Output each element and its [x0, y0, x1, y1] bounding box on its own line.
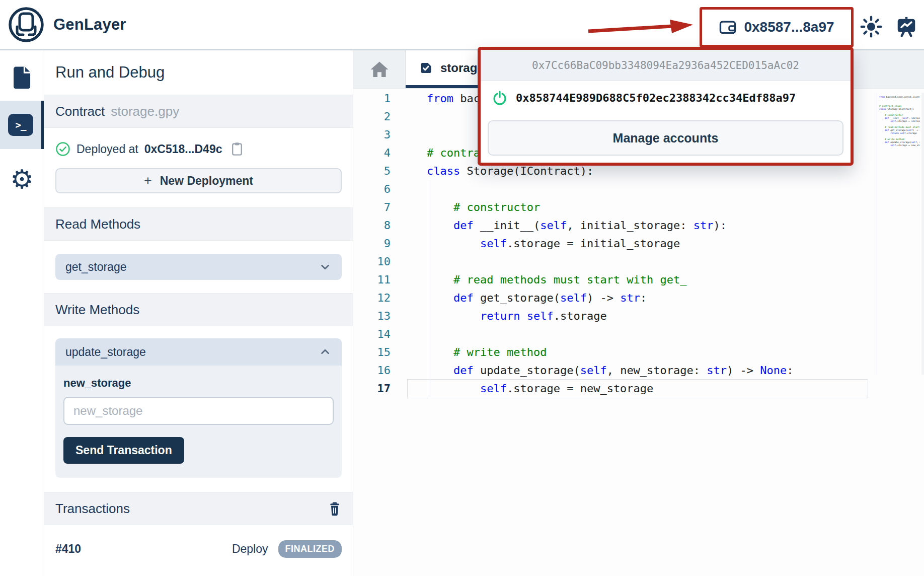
contract-filename: storage.gpy	[111, 104, 179, 119]
method-update-storage: update_storage new_storage Send Transact…	[55, 338, 342, 478]
field-label: new_storage	[63, 377, 334, 390]
wallet-account-button[interactable]: 0x8587...8a97	[706, 11, 848, 43]
transaction-row[interactable]: #410 Deploy FINALIZED	[55, 540, 342, 558]
status-badge: FINALIZED	[278, 540, 342, 558]
method-update-storage-form: new_storage Send Transaction	[55, 366, 342, 478]
code-line[interactable]: 10	[353, 253, 924, 271]
copy-address-button[interactable]	[230, 141, 244, 157]
wallet-address-short: 0x8587...8a97	[744, 19, 834, 35]
read-methods-header: Read Methods	[44, 207, 353, 241]
write-methods-header: Write Methods	[44, 293, 353, 326]
transaction-id: #410	[55, 542, 81, 556]
code-line[interactable]: 12 def get_storage(self) -> str:	[353, 289, 924, 307]
activity-rail: >_ ⚙	[0, 50, 44, 576]
contract-label: Contract	[55, 104, 105, 119]
plus-icon: +	[144, 173, 152, 189]
trash-icon[interactable]	[328, 500, 342, 517]
editor-scrollbar[interactable]	[921, 93, 924, 375]
settings-nav-button[interactable]: ⚙	[0, 164, 44, 194]
minimap[interactable]: from backend.node.genvm.icontract import…	[877, 93, 920, 375]
chevron-up-icon	[319, 345, 332, 358]
code-line[interactable]: 6	[353, 180, 924, 198]
checked-file-icon	[419, 61, 433, 75]
home-button[interactable]	[353, 50, 406, 88]
manage-accounts-button[interactable]: Manage accounts	[488, 120, 843, 156]
terminal-icon: >_	[8, 114, 33, 136]
transactions-header: Transactions	[44, 492, 353, 525]
new-deployment-button[interactable]: + New Deployment	[55, 168, 342, 193]
gear-icon: ⚙	[10, 166, 34, 192]
code-line[interactable]: 17 self.storage = new_storage	[353, 380, 924, 398]
code-line[interactable]: 15 # write method	[353, 343, 924, 362]
code-line[interactable]: 16 def update_storage(self, new_storage:…	[353, 362, 924, 380]
wallet-icon	[719, 19, 737, 35]
home-icon	[369, 59, 390, 80]
account-dropdown: 0x7Cc66BaC09bb3348094Ea2936a452CED015aAc…	[478, 47, 854, 166]
account-address: 0x7Cc66BaC09bb3348094Ea2936a452CED015aAc…	[532, 59, 799, 71]
run-debug-nav-button[interactable]: >_	[0, 101, 44, 149]
brand[interactable]: GenLayer	[0, 6, 126, 44]
sun-icon	[860, 16, 882, 38]
brand-name: GenLayer	[53, 16, 126, 34]
contract-section-header: Contract storage.gpy	[44, 95, 353, 128]
panel-title: Run and Debug	[44, 50, 353, 95]
send-transaction-button[interactable]: Send Transaction	[63, 437, 184, 464]
genlayer-logo-icon	[7, 6, 45, 44]
deployed-label: Deployed at	[76, 142, 138, 156]
deployed-address: 0xC518...D49c	[144, 142, 222, 156]
header: GenLayer 0x8587...8a97	[0, 0, 924, 50]
method-update-storage-header[interactable]: update_storage	[55, 338, 342, 366]
code-line[interactable]: 8 def __init__(self, initial_storage: st…	[353, 217, 924, 235]
files-nav-button[interactable]	[0, 63, 44, 92]
deployed-status-row: Deployed at 0xC518...D49c	[55, 141, 342, 157]
run-debug-panel: Run and Debug Contract storage.gpy Deplo…	[44, 50, 353, 576]
code-line[interactable]: 14	[353, 325, 924, 343]
code-line[interactable]: 13 return self.storage	[353, 307, 924, 325]
method-get-storage[interactable]: get_storage	[55, 254, 342, 280]
presentation-chart-icon	[895, 15, 918, 38]
code-line[interactable]: 11 # read methods must start with get_	[353, 271, 924, 289]
indent-guide	[430, 181, 430, 397]
minimap-lines: from backend.node.genvm.icontract import…	[879, 96, 920, 147]
code-line[interactable]: 9 self.storage = initial_storage	[353, 235, 924, 253]
check-circle-icon	[55, 141, 70, 157]
new-storage-input[interactable]	[63, 397, 334, 425]
code-line[interactable]: 7 # constructor	[353, 198, 924, 217]
account-item[interactable]: 0x7Cc66BaC09bb3348094Ea2936a452CED015aAc…	[481, 50, 851, 81]
power-icon	[492, 90, 508, 106]
stats-board-button[interactable]	[895, 15, 918, 38]
genlayer-studio: GenLayer 0x8587...8a97	[0, 0, 924, 576]
file-icon	[11, 65, 33, 90]
account-item-active[interactable]: 0x858744E989D688C5f02ec2388342cc34Edf88a…	[481, 81, 851, 114]
chevron-down-icon	[319, 260, 332, 273]
account-address: 0x858744E989D688C5f02ec2388342cc34Edf88a…	[516, 92, 796, 104]
transaction-type: Deploy	[232, 542, 268, 556]
theme-toggle-button[interactable]	[860, 15, 883, 38]
